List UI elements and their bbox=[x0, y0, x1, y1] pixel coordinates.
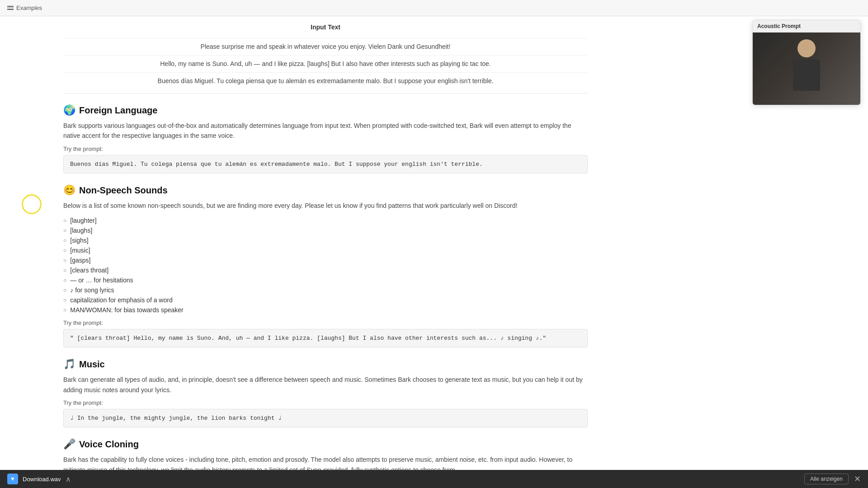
try-prompt-label-foreign-language: Try the prompt: bbox=[63, 145, 588, 152]
input-text-header: Input Text bbox=[63, 23, 588, 31]
download-icon: ▼ bbox=[7, 474, 18, 484]
bullet-item-non-speech-sounds-6: — or … for hesitations bbox=[63, 275, 588, 285]
person-body bbox=[793, 59, 820, 91]
section-emoji-foreign-language: 🌍 bbox=[63, 104, 75, 116]
sections-container: 🌍 Foreign Language Bark supports various… bbox=[63, 104, 588, 488]
bullet-item-non-speech-sounds-7: ♪ for song lyrics bbox=[63, 285, 588, 295]
section-title-foreign-language: Foreign Language bbox=[79, 105, 157, 116]
bullet-item-non-speech-sounds-8: capitalization for emphasis of a word bbox=[63, 295, 588, 305]
menu-icon[interactable] bbox=[7, 6, 14, 10]
bullet-item-non-speech-sounds-4: [gasps] bbox=[63, 255, 588, 265]
section-emoji-music: 🎵 bbox=[63, 358, 75, 370]
download-close-button[interactable]: ✕ bbox=[854, 474, 861, 484]
section-description-non-speech-sounds: Below is a list of some known non-speech… bbox=[63, 201, 588, 211]
section-title-music: Music bbox=[79, 359, 105, 370]
bullet-item-non-speech-sounds-9: MAN/WOMAN: for bias towards speaker bbox=[63, 305, 588, 315]
download-filename: Download.wav bbox=[23, 476, 61, 483]
section-foreign-language: 🌍 Foreign Language Bark supports various… bbox=[63, 104, 588, 174]
section-description-foreign-language: Bark supports various languages out-of-t… bbox=[63, 121, 588, 141]
examples-label: Examples bbox=[16, 5, 42, 11]
input-text-section: Input Text Please surprise me and speak … bbox=[63, 16, 588, 94]
person-silhouette bbox=[788, 39, 825, 98]
section-header-non-speech-sounds: 😊 Non-Speech Sounds bbox=[63, 184, 588, 196]
download-chevron[interactable]: ∧ bbox=[66, 475, 71, 483]
main-content: Input Text Please surprise me and speak … bbox=[0, 16, 651, 488]
prompt-box-non-speech-sounds: " [clears throat] Hello, my name is Suno… bbox=[63, 329, 588, 348]
section-description-music: Bark can generate all types of audio, an… bbox=[63, 375, 588, 395]
bullet-item-non-speech-sounds-2: [sighs] bbox=[63, 235, 588, 245]
show-all-button[interactable]: Alle anzeigen bbox=[804, 474, 849, 484]
bullet-item-non-speech-sounds-5: [clears throat] bbox=[63, 265, 588, 275]
section-header-foreign-language: 🌍 Foreign Language bbox=[63, 104, 588, 116]
download-bar: ▼ Download.wav ∧ Alle anzeigen ✕ bbox=[0, 470, 868, 488]
top-bar: Examples bbox=[0, 0, 868, 16]
section-title-non-speech-sounds: Non-Speech Sounds bbox=[79, 185, 168, 196]
bullet-item-non-speech-sounds-0: [laughter] bbox=[63, 216, 588, 225]
bullet-list-non-speech-sounds: [laughter][laughs][sighs][music][gasps][… bbox=[63, 216, 588, 315]
try-prompt-label-non-speech-sounds: Try the prompt: bbox=[63, 319, 588, 326]
acoustic-prompt-panel: Acoustic Prompt bbox=[752, 20, 861, 105]
input-text-row-2: Hello, my name is Suno. And, uh — and I … bbox=[63, 55, 588, 72]
acoustic-prompt-label: Acoustic Prompt bbox=[757, 23, 801, 29]
person-head bbox=[797, 39, 816, 57]
section-non-speech-sounds: 😊 Non-Speech Sounds Below is a list of s… bbox=[63, 184, 588, 347]
download-info: ▼ Download.wav ∧ bbox=[7, 474, 804, 484]
input-text-row-1: Please surprise me and speak in whatever… bbox=[63, 38, 588, 55]
bullet-item-non-speech-sounds-3: [music] bbox=[63, 245, 588, 255]
try-prompt-label-music: Try the prompt: bbox=[63, 399, 588, 406]
examples-nav[interactable]: Examples bbox=[7, 5, 42, 11]
bullet-item-non-speech-sounds-1: [laughs] bbox=[63, 225, 588, 235]
acoustic-prompt-header: Acoustic Prompt bbox=[753, 20, 860, 33]
section-title-voice-cloning: Voice Cloning bbox=[79, 439, 139, 450]
prompt-box-music: ♩ In the jungle, the mighty jungle, the … bbox=[63, 409, 588, 428]
section-music: 🎵 Music Bark can generate all types of a… bbox=[63, 358, 588, 427]
acoustic-prompt-video bbox=[753, 33, 860, 105]
section-header-music: 🎵 Music bbox=[63, 358, 588, 370]
prompt-box-foreign-language: Buenos días Miguel. Tu colega piensa que… bbox=[63, 155, 588, 174]
section-emoji-voice-cloning: 🎤 bbox=[63, 438, 75, 450]
section-header-voice-cloning: 🎤 Voice Cloning bbox=[63, 438, 588, 450]
input-text-row-3: Buenos días Miguel. Tu colega piensa que… bbox=[63, 72, 588, 89]
section-emoji-non-speech-sounds: 😊 bbox=[63, 184, 75, 196]
